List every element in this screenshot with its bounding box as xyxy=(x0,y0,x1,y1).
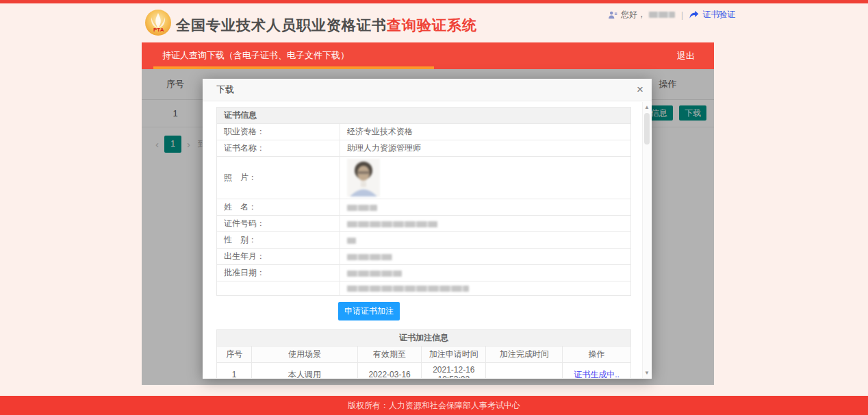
page-title-main: 全国专业技术人员职业资格证书 xyxy=(176,17,387,33)
field-label: 性 别： xyxy=(217,232,340,249)
field-row-approval-date: 批准日期： xyxy=(217,265,631,281)
annotation-row: 1 本人调用 2022-03-16 2021-12-16 10:53:02 证书… xyxy=(217,363,631,379)
annotation-seq: 1 xyxy=(217,363,252,379)
field-value-redacted xyxy=(340,232,631,249)
modal-scrollbar[interactable]: ▲ ▼ xyxy=(642,102,651,378)
certificate-info-section-title: 证书信息 xyxy=(217,108,631,124)
field-row-id-number: 证件号码： xyxy=(217,216,631,232)
annotation-col-scene: 使用场景 xyxy=(252,347,357,363)
field-value-redacted xyxy=(340,265,631,281)
field-value: 经济专业技术资格 xyxy=(340,124,631,140)
field-row-birth-date: 出生年月： xyxy=(217,249,631,265)
tab-holder-query-download[interactable]: 持证人查询下载（含电子证书、电子文件下载） xyxy=(153,42,434,69)
annotation-valid-until: 2022-03-16 xyxy=(357,363,422,379)
annotation-header-row: 序号 使用场景 有效期至 加注申请时间 加注完成时间 操作 xyxy=(217,347,631,363)
logout-button[interactable]: 退出 xyxy=(677,42,695,69)
page-title-accent: 查询验证系统 xyxy=(387,17,477,33)
field-value-redacted xyxy=(340,199,631,216)
svg-text:PTA: PTA xyxy=(153,27,164,33)
certificate-photo xyxy=(347,159,380,197)
user-name-redacted xyxy=(649,12,675,18)
modal-header[interactable]: 下载 × xyxy=(203,79,652,101)
field-value: 助理人力资源管理师 xyxy=(340,140,631,157)
user-icon xyxy=(608,10,617,20)
page-title: 全国专业技术人员职业资格证书查询验证系统 xyxy=(176,16,477,35)
annotation-complete-time xyxy=(486,363,563,379)
field-label: 照 片： xyxy=(217,157,340,199)
annotation-col-valid-until: 有效期至 xyxy=(357,347,422,363)
annotation-col-seq: 序号 xyxy=(217,347,252,363)
pta-logo-icon: PTA xyxy=(144,9,172,36)
field-row-certificate-name: 证书名称： 助理人力资源管理师 xyxy=(217,140,631,157)
apply-annotation-button[interactable]: 申请证书加注 xyxy=(338,302,400,320)
annotation-section-title: 证书加注信息 xyxy=(217,330,631,347)
field-value-redacted xyxy=(340,216,631,232)
annotation-scene: 本人调用 xyxy=(252,363,357,379)
field-row-name: 姓 名： xyxy=(217,199,631,216)
field-label: 证书名称： xyxy=(217,140,340,157)
nav-bar: 持证人查询下载（含电子证书、电子文件下载） 退出 xyxy=(142,42,714,69)
field-label: 姓 名： xyxy=(217,199,340,216)
annotation-col-action: 操作 xyxy=(563,347,631,363)
field-value-redacted xyxy=(340,249,631,265)
field-label xyxy=(217,281,340,296)
modal-body: 证书信息 职业资格： 经济专业技术资格 证书名称： 助理人力资源管理师 照 片： xyxy=(203,101,652,378)
certificate-generating-link[interactable]: 证书生成中.. xyxy=(574,370,620,379)
close-icon[interactable]: × xyxy=(637,79,643,101)
copyright-text: 版权所有：人力资源和社会保障部人事考试中心 xyxy=(348,401,520,410)
share-arrow-icon xyxy=(689,10,699,19)
field-row-gender: 性 别： xyxy=(217,232,631,249)
annotation-col-apply-time: 加注申请时间 xyxy=(422,347,486,363)
certificate-info-table: 证书信息 职业资格： 经济专业技术资格 证书名称： 助理人力资源管理师 照 片： xyxy=(216,107,631,296)
annotation-table: 证书加注信息 序号 使用场景 有效期至 加注申请时间 加注完成时间 操作 1 本… xyxy=(216,329,631,378)
scrollbar-thumb[interactable] xyxy=(644,113,650,144)
field-label: 出生年月： xyxy=(217,249,340,265)
scroll-down-icon[interactable]: ▼ xyxy=(643,370,651,376)
annotation-apply-time: 2021-12-16 10:53:02 xyxy=(422,363,486,379)
footer: 版权所有：人力资源和社会保障部人事考试中心 xyxy=(0,396,868,415)
separator: | xyxy=(681,10,683,20)
field-label: 批准日期： xyxy=(217,265,340,281)
field-value-redacted xyxy=(340,281,631,296)
field-row-note xyxy=(217,281,631,296)
annotation-col-complete-time: 加注完成时间 xyxy=(486,347,563,363)
greeting-text: 您好， xyxy=(621,9,646,21)
certificate-verify-link[interactable]: 证书验证 xyxy=(702,9,735,21)
field-value xyxy=(340,157,631,199)
field-row-photo: 照 片： xyxy=(217,157,631,199)
modal-title: 下载 xyxy=(216,84,234,95)
download-modal: 下载 × 证书信息 职业资格： 经济专业技术资格 证书名称： 助理人力资源管理师… xyxy=(203,79,652,379)
field-label: 职业资格： xyxy=(217,124,340,140)
user-bar: 您好， | 证书验证 xyxy=(608,9,735,21)
page: PTA 全国专业技术人员职业资格证书查询验证系统 您好， | 证书验证 持证人查… xyxy=(0,0,868,415)
field-row-qualification: 职业资格： 经济专业技术资格 xyxy=(217,124,631,140)
field-label: 证件号码： xyxy=(217,216,340,232)
scroll-up-icon[interactable]: ▲ xyxy=(643,104,651,110)
